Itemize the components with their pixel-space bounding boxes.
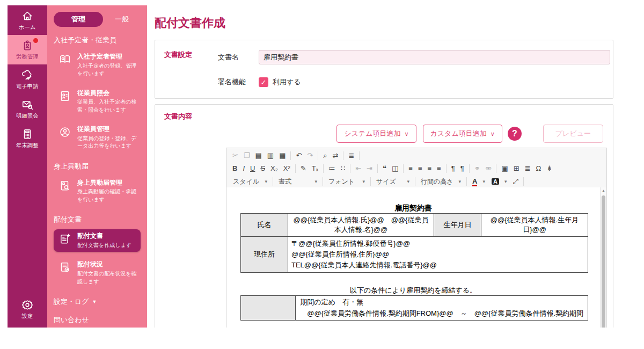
- section-title-haifu-bunsho: 配付文書: [54, 215, 141, 224]
- toolbar-divider: [318, 151, 318, 160]
- contract-intro-text: 以下の条件により雇用契約を締結する。: [226, 286, 600, 295]
- section-title-settings-log[interactable]: 設定・ログ ▼: [54, 297, 141, 307]
- bg-color-icon: A: [492, 178, 499, 185]
- paste-plain-text-icon[interactable]: ▥: [265, 150, 276, 162]
- term-line: 期間の定め 有・無: [300, 297, 583, 308]
- rail-item-meisai-shokai[interactable]: 明細照会: [8, 94, 47, 123]
- sign-feature-checkbox[interactable]: ✓: [259, 77, 268, 87]
- toolbar-divider: [403, 164, 404, 173]
- redo-icon[interactable]: ↷: [304, 150, 316, 162]
- scrollbar-up-arrow[interactable]: ▲: [601, 187, 606, 195]
- bg-color-dropdown[interactable]: A▾: [488, 178, 510, 185]
- find-icon[interactable]: ⌕: [320, 150, 330, 162]
- text-direction-ltr-icon[interactable]: ¶: [449, 163, 458, 174]
- decrease-indent-icon[interactable]: ⇤: [353, 163, 364, 174]
- editor-content-area[interactable]: 雇用契約書 氏名 @@{従業員本人情報.氏}@@ @@{従業員本人情報.名}@@…: [226, 187, 606, 328]
- sidebar-item-jugyoin-shokai[interactable]: 従業員照会 従業員、入社予定者の検索・照会を行います: [54, 86, 141, 117]
- style-dropdown[interactable]: スタイル▾: [230, 177, 270, 186]
- font-dropdown-label: フォント: [328, 177, 355, 186]
- toolbar-divider: [446, 164, 447, 173]
- sidebar-item-shinjo-ido-kanri[interactable]: 身上異動届管理 身上異動届の確認・承認を行います: [54, 176, 141, 207]
- link-icon[interactable]: ⚭: [472, 163, 483, 174]
- tab-admin[interactable]: 管理: [54, 12, 103, 27]
- paste-from-word-icon[interactable]: ▦: [276, 150, 288, 162]
- chevron-down-icon: ▾: [459, 179, 462, 184]
- size-dropdown-label: サイズ: [376, 177, 396, 186]
- rail-item-settings[interactable]: 設定: [8, 294, 47, 328]
- page-break-icon[interactable]: ⇟: [544, 163, 555, 174]
- table-icon[interactable]: ⊞: [511, 163, 522, 174]
- editor-scrollbar[interactable]: ▲: [600, 187, 606, 328]
- sidebar-item-nyusha-yoteisha-kanri[interactable]: 入社予定者管理 入社予定者の登録、管理を行います: [54, 50, 141, 81]
- rail-item-nenmatsu-chosei[interactable]: 年末調整: [8, 123, 47, 153]
- replace-icon[interactable]: ⇄: [330, 150, 341, 162]
- sidebar-item-haifu-jokyo[interactable]: 配付状況 配付文書の配布状況を確認します: [54, 258, 141, 288]
- name-value-cell: @@{従業員本人情報.氏}@@ @@{従業員本人情報.名}@@: [288, 214, 434, 237]
- format-dropdown[interactable]: 書式▾: [275, 177, 320, 186]
- person-circle-icon: [57, 125, 73, 138]
- term-header-cell: [241, 296, 296, 320]
- home-icon: [21, 10, 34, 22]
- div-container-icon[interactable]: ◫: [389, 163, 401, 174]
- sign-feature-option-label: 利用する: [273, 77, 301, 87]
- copy-formatting-icon[interactable]: ✎: [298, 163, 309, 174]
- document-title: 雇用契約書: [226, 203, 600, 213]
- line-height-dropdown[interactable]: 行間の高さ▾: [418, 177, 464, 186]
- help-icon[interactable]: ?: [508, 127, 522, 141]
- undo-icon[interactable]: ↶: [293, 150, 304, 162]
- horizontal-line-icon[interactable]: ≣: [522, 163, 533, 174]
- doc-name-input[interactable]: [259, 50, 610, 64]
- strikethrough-icon[interactable]: S: [258, 163, 268, 174]
- underline-icon[interactable]: U: [247, 163, 258, 174]
- add-custom-field-label: カスタム項目追加: [430, 129, 487, 139]
- maximize-icon[interactable]: ⤢: [510, 176, 521, 187]
- rail-item-label: ホーム: [19, 24, 36, 31]
- sidebar-item-title: 配付文書: [77, 232, 137, 241]
- select-all-icon[interactable]: ≣: [346, 150, 357, 162]
- text-direction-rtl-icon[interactable]: ¶: [458, 163, 467, 174]
- preview-button[interactable]: プレビュー: [543, 125, 603, 143]
- italic-icon[interactable]: I: [240, 163, 247, 174]
- section-title-inquiry: 問い合わせ: [54, 315, 141, 325]
- sidebar-item-haifu-bunsho[interactable]: 配付文書 配付文書を作成します: [54, 229, 141, 252]
- subscript-icon[interactable]: X₂: [268, 163, 281, 174]
- sign-feature-label: 署名機能: [218, 77, 259, 87]
- rail-item-home[interactable]: ホーム: [8, 5, 47, 35]
- size-dropdown[interactable]: サイズ▾: [373, 177, 413, 186]
- name-header-cell: 氏名: [241, 214, 288, 237]
- scrollbar-thumb[interactable]: [602, 195, 605, 328]
- align-center-icon[interactable]: ≡: [415, 163, 425, 174]
- paste-icon[interactable]: ▤: [253, 150, 265, 162]
- document-check-icon: [57, 260, 73, 273]
- blockquote-icon[interactable]: ❝: [380, 163, 389, 174]
- mail-search-icon: [21, 99, 34, 111]
- toolbar-divider: [323, 177, 323, 186]
- align-left-icon[interactable]: ≡: [406, 163, 415, 174]
- superscript-icon[interactable]: X²: [281, 163, 293, 174]
- bold-icon[interactable]: B: [230, 163, 240, 174]
- rail-item-denshi-shinsei[interactable]: 電子申請: [8, 64, 47, 94]
- tab-general[interactable]: 一般: [103, 14, 141, 24]
- toolbar-divider: [370, 177, 371, 186]
- sidebar-item-jugyoin-kanri[interactable]: 従業員管理 従業員の登録・登録、データ出力等を行います: [54, 122, 141, 153]
- image-icon[interactable]: ▣: [499, 163, 510, 174]
- text-color-dropdown[interactable]: A▾: [469, 177, 488, 186]
- align-right-icon[interactable]: ≡: [425, 163, 435, 174]
- toolbar-divider: [359, 151, 360, 160]
- add-custom-field-button[interactable]: カスタム項目追加 ∨: [423, 125, 502, 143]
- font-dropdown[interactable]: フォント▾: [325, 177, 368, 186]
- justify-icon[interactable]: ≡: [434, 163, 444, 174]
- copy-icon[interactable]: ❐: [241, 150, 253, 162]
- increase-indent-icon[interactable]: ⇥: [364, 163, 375, 174]
- editor-action-row: システム項目追加 ∨ カスタム項目追加 ∨ ? プレビュー: [336, 125, 603, 143]
- add-system-field-button[interactable]: システム項目追加 ∨: [336, 125, 416, 143]
- address-line: 〒@@{従業員住所情報.郵便番号}@@: [291, 238, 584, 249]
- unlink-icon[interactable]: ⚮: [483, 163, 494, 174]
- rail-item-roumu-kanri[interactable]: 労務管理: [8, 35, 47, 64]
- remove-format-icon[interactable]: Tₓ: [309, 163, 321, 174]
- bulleted-list-icon[interactable]: ∷: [338, 163, 348, 174]
- special-char-icon[interactable]: Ω: [533, 163, 544, 174]
- numbered-list-icon[interactable]: ≔: [326, 163, 338, 174]
- rail-spacer: [8, 153, 47, 294]
- cut-icon[interactable]: ✂: [230, 150, 241, 162]
